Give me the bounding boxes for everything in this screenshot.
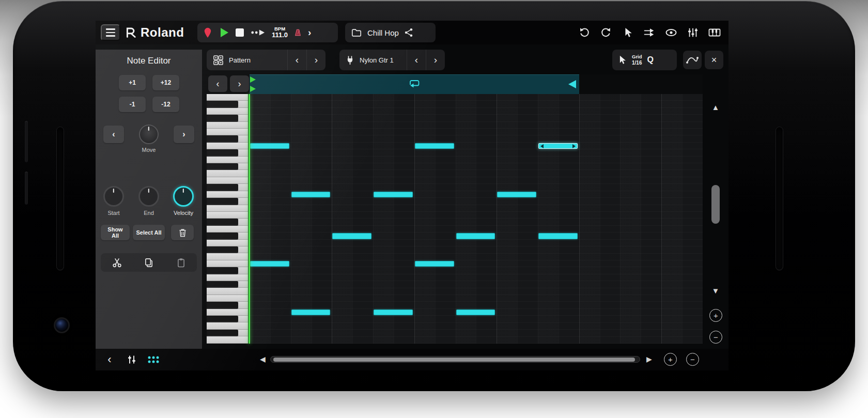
velocity-knob[interactable]	[173, 186, 194, 207]
piano-key-black[interactable]	[207, 184, 248, 191]
piano-key-white[interactable]	[207, 240, 248, 246]
horizontal-zoom-out-button[interactable]: −	[686, 353, 699, 366]
visibility-button[interactable]	[663, 24, 679, 41]
note[interactable]	[291, 309, 331, 315]
transport-expand-button[interactable]: ›	[308, 27, 311, 38]
scroll-right-button[interactable]: ▶	[643, 354, 655, 364]
piano-key-black[interactable]	[207, 219, 248, 225]
horizontal-scrollbar-track[interactable]	[270, 356, 640, 363]
select-pointer-icon[interactable]	[617, 55, 627, 65]
delete-notes-button[interactable]	[171, 225, 194, 240]
piano-key-black[interactable]	[207, 281, 248, 288]
note[interactable]	[250, 261, 289, 267]
piano-key-white[interactable]	[207, 129, 248, 135]
piano-key-black[interactable]	[207, 163, 248, 170]
note[interactable]	[456, 309, 495, 315]
piano-key-black[interactable]	[207, 101, 248, 107]
piano-key-white[interactable]	[207, 170, 248, 177]
piano-key-black[interactable]	[207, 198, 248, 205]
lanes-view-button[interactable]	[122, 351, 141, 368]
piano-key-white[interactable]	[207, 108, 248, 115]
note-selected[interactable]	[538, 143, 578, 149]
track-prev-button[interactable]: ‹	[407, 50, 426, 70]
grid-setting-button[interactable]: Grid 1/16	[632, 54, 642, 65]
piano-key-white[interactable]	[207, 274, 248, 281]
note-resize-left-handle[interactable]	[540, 144, 544, 148]
piano-key-black[interactable]	[207, 302, 248, 308]
folder-icon[interactable]	[351, 28, 362, 37]
follow-playhead-button[interactable]	[642, 24, 657, 41]
quantize-button[interactable]: Q	[647, 55, 654, 65]
piano-key-white[interactable]	[207, 143, 248, 149]
project-name[interactable]: Chill Hop	[367, 28, 399, 37]
back-button[interactable]: ‹	[101, 351, 118, 368]
record-button[interactable]	[203, 27, 213, 38]
vertical-zoom-out-button[interactable]: −	[709, 331, 722, 344]
song-start-marker-icon[interactable]	[250, 76, 256, 83]
scroll-down-button[interactable]: ▼	[703, 286, 729, 296]
pads-view-button[interactable]	[144, 351, 163, 368]
piano-key-white[interactable]	[207, 226, 248, 233]
piano-key-white[interactable]	[207, 309, 248, 316]
transpose-up-1-button[interactable]: +1	[119, 75, 146, 90]
grid[interactable]	[250, 94, 703, 344]
piano-key-white[interactable]	[207, 122, 248, 129]
horizontal-scrollbar-thumb[interactable]	[273, 358, 635, 362]
piano-key-black[interactable]	[207, 316, 248, 322]
undo-button[interactable]	[577, 24, 592, 41]
loop-icon[interactable]	[408, 79, 421, 88]
piano-key-black[interactable]	[207, 330, 248, 336]
piano-key-black[interactable]	[207, 267, 248, 274]
note[interactable]	[291, 192, 331, 197]
transpose-down-12-button[interactable]: -12	[152, 97, 179, 112]
piano-key-black[interactable]	[207, 149, 248, 156]
note[interactable]	[250, 143, 289, 149]
move-right-button[interactable]: ›	[174, 126, 194, 143]
piano-key-white[interactable]	[207, 191, 248, 198]
note[interactable]	[456, 233, 495, 239]
cut-button[interactable]	[106, 255, 127, 270]
track-next-button[interactable]: ›	[426, 50, 445, 70]
select-all-button[interactable]: Select All	[133, 225, 165, 240]
close-editor-button[interactable]: ×	[705, 51, 723, 69]
horizontal-zoom-in-button[interactable]: +	[664, 353, 677, 366]
move-knob[interactable]	[139, 125, 159, 144]
piano-key-white[interactable]	[207, 177, 248, 184]
transpose-up-12-button[interactable]: +12	[152, 75, 179, 90]
scroll-up-button[interactable]: ▲	[703, 102, 729, 112]
note[interactable]	[374, 192, 413, 197]
pattern-prev-button[interactable]: ‹	[287, 50, 306, 70]
redo-button[interactable]	[598, 24, 614, 41]
start-knob[interactable]	[103, 186, 124, 207]
piano-key-white[interactable]	[207, 336, 248, 343]
share-icon[interactable]	[405, 28, 413, 37]
piano-key-white[interactable]	[207, 288, 248, 295]
piano-key-black[interactable]	[207, 135, 248, 142]
transpose-down-1-button[interactable]: -1	[119, 97, 146, 112]
piano-key-white[interactable]	[207, 295, 248, 302]
piano-key-white[interactable]	[207, 94, 248, 101]
piano-key-black[interactable]	[207, 246, 248, 253]
play-button[interactable]	[220, 27, 229, 38]
piano-key-white[interactable]	[207, 157, 248, 163]
note[interactable]	[332, 233, 371, 239]
piano-key-white[interactable]	[207, 205, 248, 212]
octave-down-button[interactable]: ›	[230, 75, 249, 92]
pattern-next-button[interactable]: ›	[306, 50, 326, 70]
pattern-label[interactable]: Pattern	[229, 56, 251, 64]
piano-key-white[interactable]	[207, 212, 248, 219]
piano-key-white[interactable]	[207, 322, 248, 329]
menu-button[interactable]	[101, 24, 120, 41]
paste-button[interactable]	[171, 255, 191, 270]
note[interactable]	[538, 233, 578, 239]
pointer-tool-button[interactable]	[620, 24, 636, 41]
piano-key-white[interactable]	[207, 260, 248, 267]
vertical-zoom-in-button[interactable]: +	[709, 309, 722, 322]
overdub-button[interactable]	[251, 29, 265, 36]
piano-key-black[interactable]	[207, 115, 248, 121]
stop-button[interactable]	[236, 28, 244, 37]
piano-key-black[interactable]	[207, 233, 248, 239]
piano-key-white[interactable]	[207, 253, 248, 260]
note[interactable]	[374, 309, 413, 315]
automation-curve-button[interactable]	[683, 51, 702, 69]
